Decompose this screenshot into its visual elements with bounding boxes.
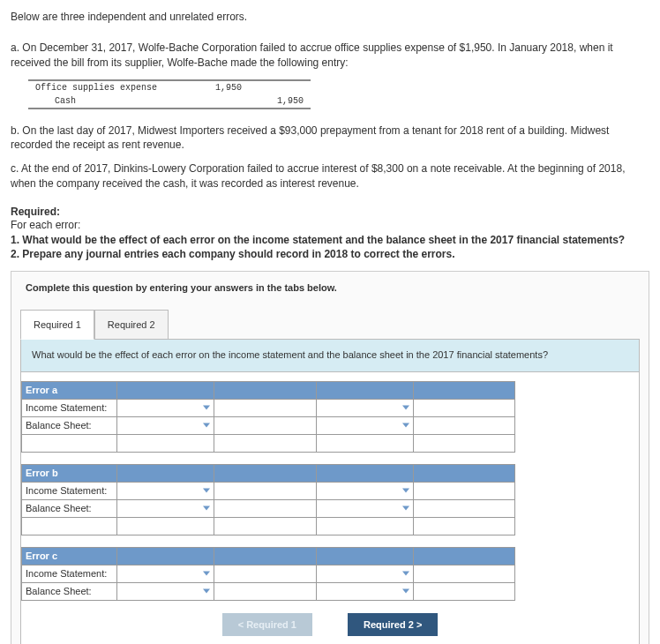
- error-c-header: Error c: [22, 547, 515, 565]
- tab-panel-required-1: What would be the effect of each error o…: [20, 339, 640, 644]
- item-a-prefix: a.: [11, 41, 19, 54]
- error-c-income-label: Income Statement:: [22, 565, 117, 582]
- answer-container: Complete this question by entering your …: [11, 271, 649, 644]
- error-b-balance-select-1[interactable]: [117, 499, 214, 517]
- effects-table: Error a Income Statement: Balance Sheet:: [21, 381, 515, 601]
- error-a-balance-select-1[interactable]: [117, 416, 214, 434]
- item-a: a. On December 31, 2017, Wolfe-Bache Cor…: [11, 41, 649, 71]
- error-b-income-row: Income Statement:: [22, 482, 515, 499]
- error-b-header: Error b: [22, 464, 515, 482]
- error-b-income-label: Income Statement:: [22, 482, 117, 499]
- error-a-income-select-2[interactable]: [316, 399, 413, 416]
- error-c-balance-select-1[interactable]: [117, 582, 214, 600]
- error-a-title: Error a: [22, 381, 117, 399]
- item-c: c. At the end of 2017, Dinkins-Lowery Co…: [11, 161, 649, 191]
- journal-debit-account: Office supplies expense: [28, 80, 187, 94]
- prev-button-label: Required 1: [246, 619, 296, 630]
- item-a-text: On December 31, 2017, Wolfe-Bache Corpor…: [11, 41, 613, 69]
- error-a-header: Error a: [22, 381, 515, 399]
- required-q1: 1. What would be the effect of each erro…: [11, 233, 649, 248]
- next-button[interactable]: Required 2 >: [348, 613, 438, 636]
- journal-entry-table: Office supplies expense 1,950 Cash 1,950: [28, 79, 311, 109]
- error-c-income-row: Income Statement:: [22, 565, 515, 582]
- error-b-balance-select-2[interactable]: [316, 499, 413, 517]
- error-c-balance-select-2[interactable]: [316, 582, 413, 600]
- item-c-prefix: c.: [11, 162, 19, 175]
- journal-credit-account: Cash: [28, 94, 187, 109]
- journal-debit-amount: 1,950: [187, 80, 249, 94]
- error-c-income-select-1[interactable]: [117, 565, 214, 582]
- chevron-left-icon: <: [238, 619, 244, 630]
- next-button-label: Required 2: [364, 619, 414, 630]
- error-a-balance-row: Balance Sheet:: [22, 416, 515, 434]
- tab-bar: Required 1 Required 2: [11, 309, 649, 339]
- chevron-right-icon: >: [416, 619, 422, 630]
- error-b-balance-row: Balance Sheet:: [22, 499, 515, 517]
- error-b-title: Error b: [22, 464, 117, 482]
- tab-required-1[interactable]: Required 1: [20, 310, 94, 340]
- error-a-balance-label: Balance Sheet:: [22, 416, 117, 434]
- error-c-income-select-2[interactable]: [316, 565, 413, 582]
- error-a-income-select-1[interactable]: [117, 399, 214, 416]
- item-b: b. On the last day of 2017, Midwest Impo…: [11, 124, 649, 154]
- panel-prompt: What would be the effect of each error o…: [21, 340, 639, 371]
- nav-row: < Required 1 Required 2 >: [21, 606, 639, 644]
- error-c-balance-row: Balance Sheet:: [22, 582, 515, 600]
- item-c-text: At the end of 2017, Dinkins-Lowery Corpo…: [11, 162, 625, 190]
- journal-credit-amount: 1,950: [249, 94, 311, 109]
- item-b-text: On the last day of 2017, Midwest Importe…: [11, 124, 609, 152]
- prev-button: < Required 1: [222, 613, 312, 636]
- required-block: Required: For each error: 1. What would …: [11, 206, 649, 262]
- item-b-prefix: b.: [11, 124, 19, 137]
- required-title: Required:: [11, 206, 649, 218]
- required-q2: 2. Prepare any journal entries each comp…: [11, 247, 649, 262]
- error-b-income-select-1[interactable]: [117, 482, 214, 499]
- error-c-balance-label: Balance Sheet:: [22, 582, 117, 600]
- error-c-title: Error c: [22, 547, 117, 565]
- error-b-income-select-2[interactable]: [316, 482, 413, 499]
- error-a-income-label: Income Statement:: [22, 399, 117, 416]
- tab-required-2[interactable]: Required 2: [94, 310, 169, 340]
- required-lead: For each error:: [11, 218, 649, 233]
- error-a-balance-select-2[interactable]: [316, 416, 413, 434]
- error-a-income-row: Income Statement:: [22, 399, 515, 416]
- error-b-balance-label: Balance Sheet:: [22, 499, 117, 517]
- instruction-text: Complete this question by entering your …: [11, 272, 649, 309]
- intro-text: Below are three independent and unrelate…: [11, 11, 649, 23]
